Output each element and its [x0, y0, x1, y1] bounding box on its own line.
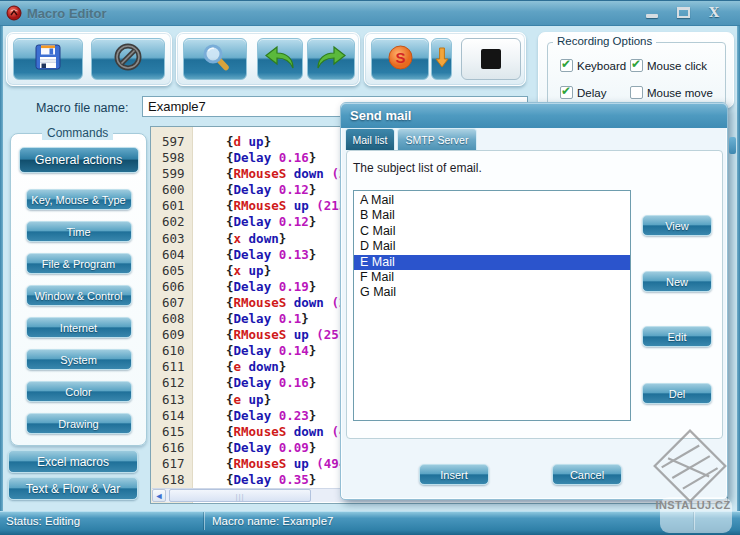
line-number: 612: [151, 375, 193, 391]
toolbar-group-record: S: [364, 32, 526, 86]
line-number: 614: [151, 408, 193, 424]
checkbox[interactable]: [630, 86, 643, 99]
line-number: 618: [151, 472, 193, 488]
vertical-scrollbar-thumb[interactable]: [729, 137, 736, 154]
stop-button[interactable]: [461, 38, 521, 80]
record-button[interactable]: S: [371, 38, 429, 80]
commands-button-window-control[interactable]: Window & Control: [26, 285, 132, 306]
line-number: 599: [151, 166, 193, 182]
mail-subject-listbox[interactable]: A MailB MailC MailD MailE MailF MailG Ma…: [353, 190, 631, 421]
minimize-icon[interactable]: [646, 14, 658, 18]
commands-button-time[interactable]: Time: [26, 221, 132, 242]
checkbox-label: Mouse move: [647, 87, 713, 99]
line-number: 597: [151, 134, 193, 150]
save-button[interactable]: [13, 38, 83, 80]
title-bar: Macro Editor X: [0, 0, 740, 26]
scroll-left-arrow-icon[interactable]: ◄: [152, 489, 166, 502]
toolbar-group-edit: [176, 32, 360, 86]
checkbox-label: Keyboard: [577, 60, 626, 72]
mail-list-item[interactable]: B Mail: [354, 208, 630, 223]
line-number: 607: [151, 295, 193, 311]
recording-options-panel: Recording Options ✔ Keyboard ✔ Mouse cli…: [538, 32, 734, 108]
window-title: Macro Editor: [27, 6, 106, 21]
checkbox[interactable]: ✔: [560, 86, 573, 99]
line-number: 601: [151, 198, 193, 214]
line-number: 604: [151, 247, 193, 263]
app-icon: [6, 5, 22, 25]
commands-button-system[interactable]: System: [26, 349, 132, 370]
undo-button[interactable]: [257, 38, 303, 80]
check-icon: ✔: [561, 84, 571, 98]
checkbox-row: Mouse move: [630, 86, 713, 99]
redo-button[interactable]: [307, 38, 355, 80]
maximize-icon[interactable]: [677, 7, 690, 18]
recording-options-legend: Recording Options: [553, 35, 656, 47]
line-number: 613: [151, 392, 193, 408]
status-bar: Status: Editing Macro name: Example7: [0, 511, 740, 530]
mail-list-item[interactable]: E Mail: [354, 255, 630, 270]
statusbar-divider: [204, 512, 205, 530]
check-icon: ✔: [631, 57, 641, 71]
check-icon: ✔: [561, 57, 571, 71]
new-button[interactable]: New: [642, 271, 712, 292]
commands-button-file-program[interactable]: File & Program: [26, 253, 132, 274]
line-number: 605: [151, 263, 193, 279]
commands-button-drawing[interactable]: Drawing: [26, 413, 132, 434]
window-border-bottom: [0, 530, 740, 535]
record-icon: S: [387, 44, 414, 75]
edit-button[interactable]: Edit: [642, 326, 712, 347]
commands-button-key-mouse-type[interactable]: Key, Mouse & Type: [26, 189, 132, 210]
tab-smtp-server[interactable]: SMTP Server: [397, 128, 477, 150]
mail-list-item[interactable]: G Mail: [354, 285, 630, 300]
cancel-icon: [113, 42, 143, 76]
line-number: 609: [151, 327, 193, 343]
insert-button[interactable]: Insert: [419, 464, 489, 485]
save-icon: [34, 43, 62, 75]
dialog-title-bar: Send mail: [341, 103, 727, 128]
del-button[interactable]: Del: [642, 383, 712, 404]
mail-list-item[interactable]: C Mail: [354, 224, 630, 239]
redo-icon: [315, 44, 347, 75]
close-icon[interactable]: X: [709, 5, 723, 21]
dialog-title: Send mail: [350, 108, 411, 123]
tab-mail-list[interactable]: Mail list: [345, 128, 395, 150]
mail-list-item[interactable]: D Mail: [354, 239, 630, 254]
commands-button-excel-macros[interactable]: Excel macros: [8, 450, 138, 473]
commands-button-color[interactable]: Color: [26, 381, 132, 402]
macro-name-text: Macro name: Example7: [212, 515, 333, 527]
line-number: 610: [151, 343, 193, 359]
line-number: 608: [151, 311, 193, 327]
undo-icon: [264, 44, 296, 75]
line-number: 617: [151, 456, 193, 472]
checkbox-row: ✔ Keyboard: [560, 59, 626, 72]
line-number: 606: [151, 279, 193, 295]
checkbox-row: ✔ Delay: [560, 86, 606, 99]
watermark-backdrop: [660, 497, 732, 533]
checkbox[interactable]: ✔: [630, 59, 643, 72]
line-number: 602: [151, 214, 193, 230]
line-number: 616: [151, 440, 193, 456]
scrollbar-thumb[interactable]: |||: [169, 489, 311, 502]
commands-button-internet[interactable]: Internet: [26, 317, 132, 338]
view-button[interactable]: View: [642, 215, 712, 236]
stop-icon: [481, 49, 501, 69]
cancel-button[interactable]: [91, 38, 165, 80]
search-icon: [200, 42, 230, 76]
record-letter: S: [395, 49, 405, 66]
mail-list-item[interactable]: A Mail: [354, 193, 630, 208]
search-button[interactable]: [183, 38, 247, 80]
mail-list-item[interactable]: F Mail: [354, 270, 630, 285]
record-dropdown-button[interactable]: [431, 38, 452, 80]
scrollbar-grip-icon: |||: [235, 492, 244, 501]
commands-button-general-actions[interactable]: General actions: [19, 147, 139, 173]
window-border-left: [0, 26, 3, 530]
macro-file-name-label: Macro file name:: [36, 101, 128, 115]
cancel-dialog-button[interactable]: Cancel: [552, 464, 622, 485]
checkbox-label: Mouse click: [647, 60, 707, 72]
checkbox[interactable]: ✔: [560, 59, 573, 72]
macro-editor-window: Macro Editor X: [0, 0, 740, 535]
mail-list-description: The subject list of email.: [353, 161, 482, 175]
commands-button-text-flow-var[interactable]: Text & Flow & Var: [8, 477, 138, 500]
commands-button-list: General actions Key, Mouse & TypeTimeFil…: [11, 134, 146, 434]
line-number: 603: [151, 231, 193, 247]
